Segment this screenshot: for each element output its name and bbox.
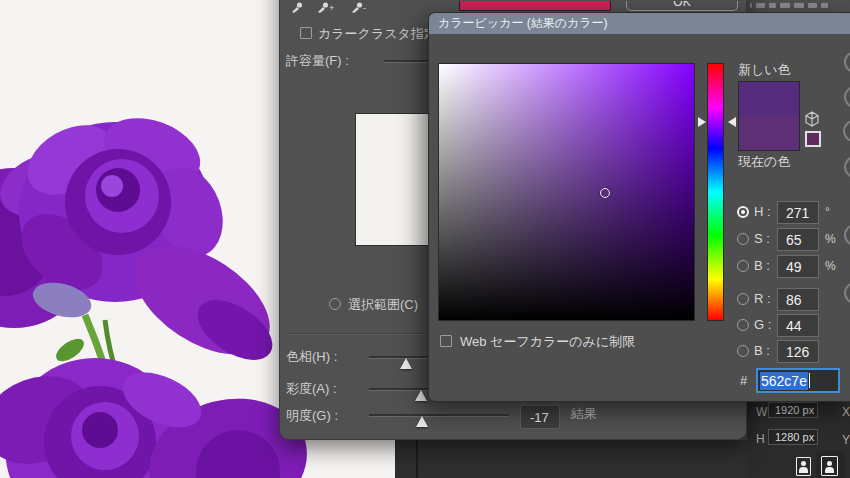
lightness-slider-thumb[interactable]: [416, 416, 428, 427]
color-picker-dialog: カラーピッカー (結果のカラー) 新しい色 現在の色 H : 271 °: [428, 12, 850, 402]
clipped-text-fragment: [750, 3, 752, 8]
ok-button-label: OK: [673, 1, 690, 9]
h-unit: °: [825, 205, 830, 219]
websafe-color-swatch[interactable]: [805, 131, 821, 147]
b2-input[interactable]: 126: [777, 340, 819, 363]
s-input[interactable]: 65: [777, 228, 819, 251]
b2-radio[interactable]: [737, 345, 749, 357]
height-input[interactable]: 1280 px: [768, 429, 818, 445]
width-label: W: [756, 405, 767, 419]
y-label: Y: [842, 433, 850, 447]
result-label: 結果: [571, 405, 597, 423]
s-radio[interactable]: [737, 233, 749, 245]
b-input[interactable]: 49: [777, 255, 819, 278]
lightness-slider[interactable]: [369, 414, 509, 416]
g-radio[interactable]: [737, 319, 749, 331]
selection-range-radio[interactable]: [329, 298, 341, 310]
eyedropper-icon[interactable]: [290, 0, 306, 13]
selection-color-swatch[interactable]: [459, 1, 611, 11]
current-color-swatch[interactable]: [739, 116, 799, 150]
text-cursor: [809, 373, 810, 388]
ok-button[interactable]: OK: [626, 1, 738, 11]
field-row-b: B : 49 %: [729, 255, 849, 279]
h-radio[interactable]: [737, 206, 749, 218]
hue-label: 色相(H) :: [286, 348, 337, 366]
selection-range-label: 選択範囲(C): [348, 296, 418, 314]
g-input[interactable]: 44: [777, 314, 819, 337]
current-color-label: 現在の色: [738, 153, 790, 171]
hex-value-selected: 562c7e: [760, 372, 808, 390]
g-label: G :: [754, 317, 771, 332]
field-row-r: R : 86: [729, 288, 849, 312]
width-input[interactable]: 1920 px: [768, 402, 818, 418]
eyedropper-plus-icon[interactable]: +: [316, 0, 338, 13]
hue-slider-thumb[interactable]: [400, 358, 412, 369]
saturation-label: 彩度(A) :: [286, 380, 337, 398]
properties-panel: W 1920 px X H 1280 px Y: [747, 402, 850, 478]
lightness-input[interactable]: -17: [520, 405, 560, 429]
field-row-g: G : 44: [729, 314, 849, 338]
color-picker-title: カラーピッカー (結果のカラー): [438, 15, 608, 32]
new-color-label: 新しい色: [738, 61, 791, 79]
height-label: H: [756, 432, 765, 446]
new-color-swatch: [739, 82, 799, 116]
width-value: 1920 px: [775, 404, 814, 416]
minus-sign: -: [363, 3, 366, 13]
new-current-color-swatch: [738, 81, 800, 151]
hue-slider-left-arrow[interactable]: [698, 117, 706, 127]
hex-hash-label: #: [740, 373, 747, 388]
artboard-portrait-icon-button[interactable]: [796, 457, 813, 478]
screenshot-stage: W 1920 px X H 1280 px Y: [0, 0, 850, 478]
field-row-b2: B : 126: [729, 340, 849, 364]
x-label: X: [842, 405, 850, 419]
eyedropper-minus-icon[interactable]: -: [350, 0, 372, 13]
clipped-window-strip: [747, 0, 850, 12]
lightness-value: -17: [530, 410, 549, 425]
r-label: R :: [754, 291, 771, 306]
websafe-only-checkbox[interactable]: [440, 335, 452, 347]
hue-slider-right-arrow[interactable]: [728, 117, 736, 127]
b-label: B :: [754, 258, 770, 273]
web-color-cube-icon[interactable]: [804, 111, 820, 127]
artboard-portrait-icon-button-selected[interactable]: [816, 451, 845, 478]
field-row-s: S : 65 %: [729, 228, 849, 252]
plus-sign: +: [329, 3, 334, 13]
field-row-h: H : 271 °: [729, 201, 849, 225]
h-input[interactable]: 271: [777, 201, 819, 224]
r-input[interactable]: 86: [777, 288, 819, 311]
color-field-marker: [600, 188, 610, 198]
tolerance-label: 許容量(F) :: [286, 52, 349, 70]
lightness-label: 明度(G) :: [286, 407, 338, 425]
websafe-only-label: Web セーフカラーのみに制限: [460, 333, 635, 351]
hue-spectrum-bar[interactable]: [707, 63, 724, 321]
color-picker-titlebar[interactable]: カラーピッカー (結果のカラー): [429, 13, 850, 34]
b-unit: %: [825, 259, 836, 273]
canvas-edge-line: [416, 440, 418, 478]
h-label: H :: [754, 204, 771, 219]
hex-input[interactable]: 562c7e: [756, 368, 840, 393]
saturation-slider-thumb[interactable]: [415, 390, 427, 401]
s-label: S :: [754, 231, 770, 246]
saturation-brightness-field[interactable]: [438, 63, 695, 321]
b2-label: B :: [754, 343, 770, 358]
height-value: 1280 px: [775, 431, 814, 443]
selection-preview: [355, 113, 438, 246]
b-radio[interactable]: [737, 260, 749, 272]
color-cluster-checkbox[interactable]: [300, 27, 312, 39]
s-unit: %: [825, 232, 836, 246]
r-radio[interactable]: [737, 293, 749, 305]
